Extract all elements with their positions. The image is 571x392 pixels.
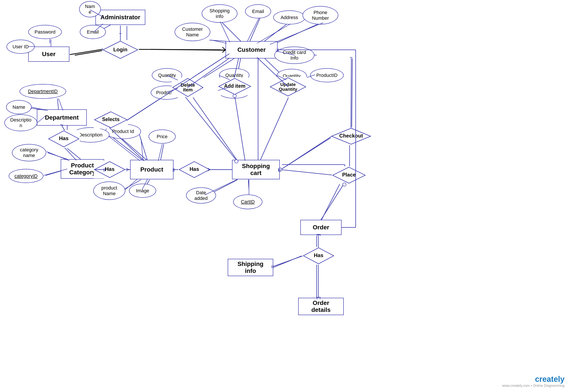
svg-text:Has: Has — [105, 166, 115, 172]
attr-image: Image — [129, 184, 156, 198]
svg-line-79 — [70, 49, 102, 55]
entity-department: Department — [37, 109, 87, 126]
svg-line-82 — [222, 50, 225, 52]
rel-checkout: Checkout — [331, 127, 372, 145]
creately-logo: creately — [535, 375, 565, 384]
svg-line-111 — [158, 144, 162, 161]
svg-line-50 — [273, 256, 301, 267]
svg-text:Place: Place — [342, 172, 356, 178]
entity-order-details: Order details — [298, 298, 344, 315]
attr-dept-name: Name — [6, 100, 32, 114]
attr-dept-description: Description — [4, 114, 37, 131]
rel-has-order: Has — [302, 247, 335, 265]
rel-place: Place — [332, 166, 366, 184]
attr-admin-name: Name — [79, 1, 101, 17]
rel-has-dept-cat: Has — [48, 130, 80, 148]
svg-line-93 — [257, 24, 291, 43]
entity-customer: Customer — [225, 41, 278, 58]
svg-line-107 — [126, 169, 129, 171]
attr-user-id: User ID — [6, 40, 35, 54]
svg-line-141 — [280, 169, 332, 175]
svg-line-136 — [260, 98, 288, 160]
creately-url: www.creately.com • Online Diagramming — [502, 384, 565, 388]
attr-productid-update: ProductID — [310, 68, 344, 82]
svg-line-106 — [126, 168, 129, 169]
svg-line-90 — [211, 40, 227, 43]
entity-shopping-cart: Shopping cart — [232, 160, 280, 179]
svg-line-137 — [351, 58, 351, 128]
svg-text:Add item: Add item — [224, 83, 245, 89]
attr-department-id: DepartmentID — [19, 84, 66, 99]
svg-line-110 — [141, 139, 143, 161]
svg-line-17 — [67, 148, 82, 161]
svg-line-91 — [220, 22, 230, 42]
entity-order: Order — [300, 220, 342, 235]
svg-text:Quantity: Quantity — [279, 87, 297, 92]
svg-line-24 — [161, 144, 164, 161]
svg-line-99 — [62, 126, 65, 130]
attr-credit-card: Credit cardInfo — [274, 47, 315, 64]
entity-login: Login — [102, 40, 139, 59]
svg-line-31 — [248, 180, 249, 190]
attr-category-id: categoryID — [9, 169, 43, 183]
attr-customer-name: CustomerName — [175, 23, 210, 41]
svg-line-46 — [281, 137, 333, 169]
svg-line-23 — [139, 133, 148, 161]
svg-text:Has: Has — [190, 166, 199, 172]
svg-line-94 — [270, 23, 323, 44]
entity-product: Product — [130, 160, 174, 179]
entity-shipping-info: Shipping info — [228, 259, 273, 276]
rel-has-cat-prod: Has — [94, 161, 126, 179]
svg-line-9 — [249, 15, 261, 42]
attr-phone-number: PhoneNumber — [302, 6, 338, 25]
attr-admin-email: Email — [80, 25, 106, 39]
rel-selects: Selects — [94, 111, 128, 129]
svg-line-8 — [221, 22, 243, 43]
attr-address: Address — [273, 10, 305, 25]
svg-line-92 — [247, 18, 259, 42]
svg-line-126 — [185, 97, 236, 160]
attr-shopping-info: Shoppinginfo — [202, 4, 238, 23]
entity-administrator: Administrator — [95, 10, 145, 25]
svg-text:Login: Login — [113, 47, 127, 52]
svg-text:Has: Has — [59, 135, 69, 141]
rel-update-quantity: Update Quantity — [269, 77, 307, 97]
svg-text:Update: Update — [280, 82, 296, 87]
entity-user: User — [28, 47, 69, 62]
svg-line-1 — [151, 49, 232, 50]
svg-line-147 — [273, 256, 302, 266]
branding: creately www.creately.com • Online Diagr… — [502, 375, 565, 388]
svg-line-143 — [321, 184, 344, 220]
svg-line-13 — [58, 98, 59, 111]
svg-line-36 — [187, 89, 238, 161]
svg-line-81 — [222, 47, 225, 50]
rel-add-item: Add item — [218, 78, 252, 95]
attr-password: Password — [28, 25, 62, 39]
attr-category-name: categoryname — [12, 144, 46, 161]
svg-text:Has: Has — [314, 252, 323, 258]
svg-line-131 — [235, 95, 245, 161]
svg-line-80 — [139, 49, 225, 50]
svg-line-22 — [111, 136, 143, 161]
svg-line-109 — [108, 136, 140, 161]
attr-price: Price — [149, 129, 176, 144]
rel-delete-item: Delete item — [172, 78, 204, 98]
rel-has-prod-cart: Has — [178, 161, 210, 179]
svg-line-11 — [271, 22, 323, 45]
svg-text:item: item — [183, 87, 193, 93]
attr-cart-id: CartID — [233, 195, 262, 209]
svg-line-45 — [352, 58, 352, 128]
svg-text:Selects: Selects — [102, 116, 120, 122]
attr-email-customer: Email — [245, 4, 271, 18]
svg-line-96 — [59, 98, 63, 111]
svg-line-138 — [280, 137, 331, 170]
attr-date-added: Dateadded — [186, 187, 216, 204]
svg-line-100 — [65, 148, 76, 160]
svg-text:Checkout: Checkout — [339, 133, 363, 139]
attr-product-name: productName — [93, 182, 125, 200]
